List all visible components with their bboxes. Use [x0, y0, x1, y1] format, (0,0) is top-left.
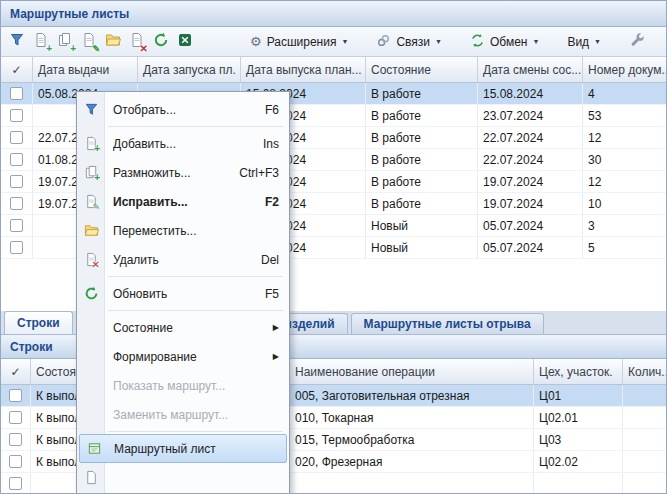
chevron-down-icon: ▼: [341, 38, 348, 45]
route-sheet-icon: [85, 440, 103, 458]
menu-item-formation[interactable]: Формирование ▶: [77, 342, 289, 371]
status-badge: В работе: [366, 105, 478, 126]
row-checkbox[interactable]: [10, 197, 23, 210]
context-menu: Отобрать... F6 + Добавить... Ins + Размн…: [76, 91, 290, 494]
row-checkbox[interactable]: [10, 109, 23, 122]
row-checkbox[interactable]: [9, 477, 22, 490]
column-header-issued[interactable]: Дата выдачи: [33, 57, 138, 82]
exchange-menu-button[interactable]: Обмен ▼: [463, 30, 546, 54]
status-badge: В работе: [366, 127, 478, 148]
move-button[interactable]: [101, 30, 125, 54]
column-header-state-change[interactable]: Дата смены сос...: [478, 57, 583, 82]
folder-icon: [105, 32, 121, 51]
refresh-icon: [153, 32, 169, 51]
check-column-header[interactable]: ✓: [1, 57, 33, 82]
row-checkbox[interactable]: [9, 389, 22, 402]
status-badge: В работе: [366, 171, 478, 192]
status-badge: Новый: [366, 215, 478, 236]
links-menu-button[interactable]: Связи ▼: [369, 30, 449, 54]
wrench-icon: [630, 32, 646, 51]
folder-icon: [82, 222, 100, 240]
menu-item-add[interactable]: + Добавить... Ins: [77, 129, 289, 158]
settings-wrench-button[interactable]: [626, 30, 650, 54]
menu-item-show-route: Показать маршрут...: [77, 371, 289, 400]
document-icon: [82, 469, 100, 487]
chevron-down-icon: ▼: [594, 38, 601, 45]
column-header-quantity[interactable]: Колич...: [623, 359, 666, 384]
menu-separator: [108, 431, 283, 432]
menu-separator: [108, 126, 283, 127]
column-header-state[interactable]: Состояние: [366, 57, 478, 82]
column-header-workshop[interactable]: Цех, участок.: [534, 359, 623, 384]
check-column-header[interactable]: ✓: [1, 359, 31, 384]
row-checkbox[interactable]: [10, 175, 23, 188]
add-document-button[interactable]: +: [29, 30, 53, 54]
row-checkbox[interactable]: [10, 87, 23, 100]
menu-separator: [108, 310, 283, 311]
chevron-down-icon: ▼: [532, 38, 539, 45]
column-header-launch[interactable]: Дата запуска пл.: [138, 57, 241, 82]
row-checkbox[interactable]: [10, 219, 23, 232]
row-checkbox[interactable]: [9, 411, 22, 424]
submenu-arrow-icon: ▶: [273, 353, 279, 361]
submenu-arrow-icon: ▶: [273, 324, 279, 332]
row-checkbox[interactable]: [9, 455, 22, 468]
column-header-release[interactable]: Дата выпуска план...: [241, 57, 366, 82]
toolbar: + + ✎ ✕ ⚙ Расширения ▼ Связи: [1, 27, 666, 57]
copy-document-button[interactable]: +: [53, 30, 77, 54]
menu-item-duplicate[interactable]: + Размножить... Ctrl+F3: [77, 158, 289, 187]
menu-item-delete[interactable]: ✕ Удалить Del: [77, 245, 289, 274]
menu-item-move[interactable]: Переместить...: [77, 216, 289, 245]
refresh-button[interactable]: [149, 30, 173, 54]
chevron-down-icon: ▼: [435, 38, 442, 45]
tab-lines[interactable]: Строки: [4, 311, 73, 334]
delete-document-icon: ✕: [82, 251, 100, 269]
excel-icon: [177, 32, 193, 51]
row-checkbox[interactable]: [10, 131, 23, 144]
filter-button[interactable]: [5, 30, 29, 54]
delete-document-button[interactable]: ✕: [125, 30, 149, 54]
status-badge: В работе: [366, 83, 478, 104]
column-header-number[interactable]: Номер докум...: [583, 57, 666, 82]
tab-tearoff-route-sheets[interactable]: Маршрутные листы отрыва: [351, 313, 544, 334]
row-checkbox[interactable]: [9, 433, 22, 446]
menu-separator: [108, 276, 283, 277]
route-sheets-table-header: ✓ Дата выдачи Дата запуска пл. Дата выпу…: [1, 57, 666, 83]
extensions-menu-button[interactable]: ⚙ Расширения ▼: [243, 30, 355, 54]
row-checkbox[interactable]: [10, 241, 23, 254]
window-titlebar: Маршрутные листы: [1, 1, 666, 27]
excel-export-button[interactable]: [173, 30, 197, 54]
menu-item-replace-route: Заменить маршрут...: [77, 400, 289, 429]
menu-item-refresh[interactable]: Обновить F5: [77, 279, 289, 308]
status-badge: В работе: [366, 149, 478, 170]
edit-document-icon: ✎: [82, 193, 100, 211]
menu-item-state[interactable]: Состояние ▶: [77, 313, 289, 342]
refresh-icon: [82, 285, 100, 303]
links-icon: [376, 33, 391, 51]
column-header-operation[interactable]: Наименование операции: [290, 359, 534, 384]
exchange-icon: [470, 33, 485, 51]
menu-item-partial[interactable]: [77, 463, 289, 492]
copy-document-icon: +: [82, 164, 100, 182]
menu-item-edit[interactable]: ✎ Исправить... F2: [77, 187, 289, 216]
status-badge: Новый: [366, 237, 478, 258]
gear-icon: ⚙: [250, 35, 262, 48]
add-document-icon: +: [82, 135, 100, 153]
status-badge: В работе: [366, 193, 478, 214]
row-checkbox[interactable]: [10, 153, 23, 166]
lines-section-title: Строки: [10, 340, 53, 354]
view-menu-button[interactable]: Вид ▼: [560, 30, 608, 54]
menu-item-route-sheet[interactable]: Маршрутный лист: [79, 434, 287, 463]
edit-document-button[interactable]: ✎: [77, 30, 101, 54]
funnel-icon: [82, 101, 100, 119]
funnel-icon: [9, 32, 25, 51]
menu-item-filter[interactable]: Отобрать... F6: [77, 95, 289, 124]
page-title: Маршрутные листы: [10, 7, 129, 21]
route-sheets-window: Маршрутные листы + + ✎ ✕: [0, 0, 667, 494]
